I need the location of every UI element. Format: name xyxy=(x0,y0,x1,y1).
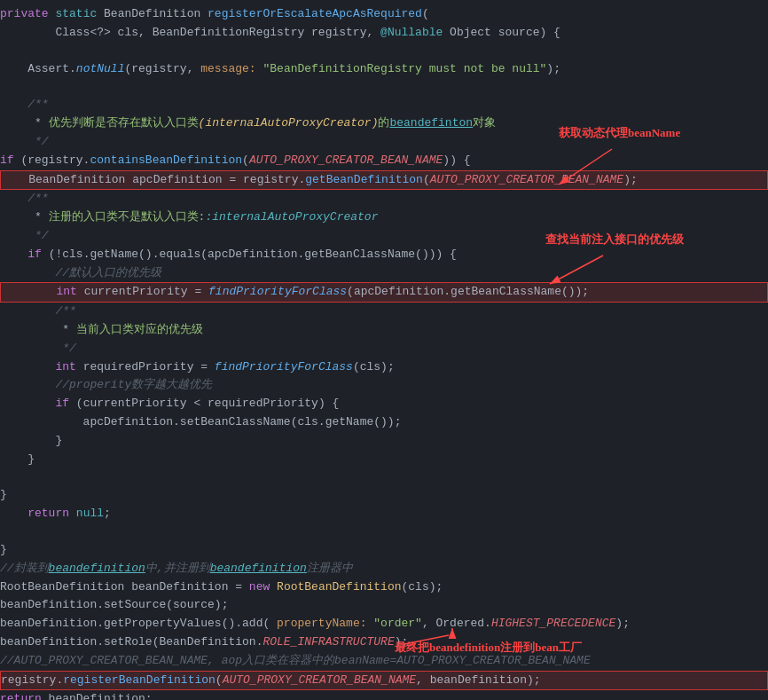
code-line: beanDefinition.getPropertyValues().add( … xyxy=(0,615,768,633)
callout-beandefinition: 获取动态代理beanName xyxy=(559,124,680,143)
code-line: * 注册的入口类不是默认入口类::internalAutoProxyCreato… xyxy=(0,208,768,227)
code-line: Class<?> cls, BeanDefinitionRegistry reg… xyxy=(0,24,768,43)
code-line: //properity数字越大越优先 xyxy=(0,376,768,395)
code-line: * 当前入口类对应的优先级 xyxy=(0,321,768,340)
code-line: /** xyxy=(0,96,768,114)
code-line: } xyxy=(0,432,768,451)
code-line: } xyxy=(0,541,768,560)
code-line: //封装到beandefinition中,并注册到beandefinition注… xyxy=(0,560,768,578)
code-line: beanDefinition.setSource(source); xyxy=(0,596,768,615)
highlight-line-1: BeanDefinition apcDefinition = registry.… xyxy=(0,170,768,191)
code-container: 获取动态代理beanName 查找当前注入接口的优先级 最终把beandefin… xyxy=(0,0,768,700)
code-line: if (currentPriority < requiredPriority) … xyxy=(0,395,768,413)
code-line xyxy=(0,468,768,486)
code-line: //AUTO_PROXY_CREATOR_BEAN_NAME, aop入口类在容… xyxy=(0,652,768,671)
code-line: } xyxy=(0,451,768,469)
code-line: apcDefinition.setBeanClassName(cls.getNa… xyxy=(0,413,768,432)
code-line: return beanDefinition; xyxy=(0,690,768,700)
code-line: private static BeanDefinition registerOr… xyxy=(0,5,768,24)
code-line: } xyxy=(0,486,768,505)
code-line xyxy=(0,78,768,96)
code-line: Assert.notNull(registry, message: "BeanD… xyxy=(0,60,768,79)
callout-priority: 查找当前注入接口的优先级 xyxy=(545,231,684,249)
code-line: //默认入口的优先级 xyxy=(0,264,768,283)
code-line: */ xyxy=(0,340,768,358)
code-line: return null; xyxy=(0,505,768,523)
code-line xyxy=(0,43,768,60)
code-line: /** xyxy=(0,190,768,208)
highlight-line-2: int currentPriority = findPriorityForCla… xyxy=(0,282,768,303)
highlight-line-3: registry.registerBeanDefinition(AUTO_PRO… xyxy=(0,671,768,691)
code-line: beanDefinition.setRole(BeanDefinition.RO… xyxy=(0,633,768,652)
code-line: RootBeanDefinition beanDefinition = new … xyxy=(0,578,768,597)
callout-register: 最终把beandefinition注册到bean工厂 xyxy=(395,639,582,657)
code-line xyxy=(0,523,768,541)
code-line: int requiredPriority = findPriorityForCl… xyxy=(0,358,768,377)
code-line: /** xyxy=(0,303,768,321)
code-line: if (registry.containsBeanDefinition(AUTO… xyxy=(0,152,768,170)
